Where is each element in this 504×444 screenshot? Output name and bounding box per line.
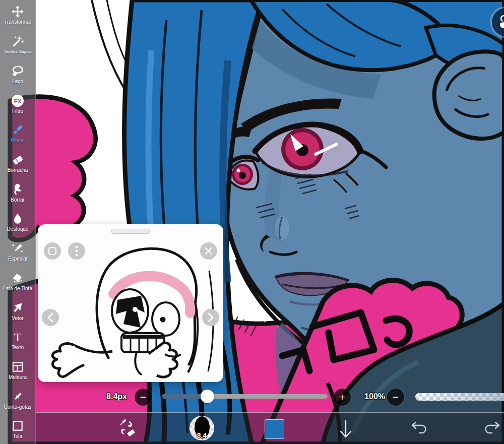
fx-filter-icon: FX <box>10 94 25 108</box>
sidebar-item-label: Especial <box>8 257 27 262</box>
chevron-left-icon <box>47 312 54 323</box>
minus-icon: − <box>140 390 146 405</box>
sidebar-item-desfoque[interactable]: Desfoque <box>0 207 35 237</box>
minimize-button[interactable] <box>44 242 61 260</box>
more-options-button[interactable] <box>68 242 85 260</box>
sidebar-item-label: Conta-gotas <box>4 405 31 410</box>
app-root: Transformar Varinha Mágica Laço FX Filtr… <box>0 0 504 444</box>
move-icon <box>10 5 25 19</box>
sidebar-item-label: Filtro <box>12 109 23 114</box>
sidebar-item-borracha[interactable]: Borracha <box>0 148 35 178</box>
redo-button[interactable] <box>482 420 502 437</box>
tool-sidebar: Transformar Varinha Mágica Laço FX Filtr… <box>0 0 36 444</box>
paint-bucket-icon <box>10 271 25 285</box>
brush-size-badge: 8.4 <box>197 431 207 439</box>
sidebar-item-label: Lata de Tinta <box>3 286 32 291</box>
smudge-finger-icon <box>10 182 25 197</box>
sidebar-item-label: Varinha Mágica <box>4 49 32 54</box>
brush-size-label: 8.4px <box>91 392 127 401</box>
sidebar-item-label: Pincel <box>11 138 24 143</box>
minimize-icon <box>48 246 57 256</box>
sidebar-item-tela[interactable]: Tela <box>0 414 35 444</box>
redo-icon <box>483 421 501 436</box>
sidebar-item-filtro[interactable]: FX Filtro <box>0 89 35 118</box>
sidebar-item-label: Tela <box>13 434 22 439</box>
undo-button[interactable] <box>409 420 429 437</box>
brush-preview[interactable]: 8.4 <box>190 416 214 440</box>
sidebar-item-vetor[interactable]: Vetor <box>0 296 35 326</box>
svg-text:FX: FX <box>14 98 22 104</box>
sidebar-item-label: Transformar <box>4 20 31 25</box>
lasso-icon <box>10 64 25 78</box>
brush-eraser-swap-icon <box>115 417 138 439</box>
opacity-slider[interactable] <box>415 393 504 401</box>
size-increase-button[interactable]: + <box>334 389 351 406</box>
sidebar-item-label: Borracha <box>8 168 28 173</box>
color-swatch[interactable] <box>265 419 284 439</box>
reference-window <box>38 224 223 382</box>
special-pencil-icon <box>10 241 25 256</box>
opacity-label: 100% <box>356 392 385 401</box>
sidebar-item-label: Moldura <box>9 375 27 380</box>
text-icon: T <box>10 330 25 344</box>
sidebar-item-lata-de-tinta[interactable]: Lata de Tinta <box>0 266 35 296</box>
frame-icon <box>10 360 25 374</box>
sidebar-item-texto[interactable]: T Texto <box>0 326 35 355</box>
brush-eraser-swap-button[interactable] <box>115 416 138 439</box>
opacity-decrease-button[interactable]: − <box>387 389 404 406</box>
plus-icon: + <box>339 390 345 405</box>
sidebar-item-label: Desfoque <box>7 227 29 232</box>
collapse-toolbar-button[interactable] <box>336 418 356 440</box>
sidebar-item-pincel[interactable]: Pincel <box>0 118 35 148</box>
down-arrow-icon <box>337 419 355 439</box>
drag-handle[interactable] <box>111 229 150 234</box>
canvas-icon <box>10 419 25 433</box>
sidebar-item-especial[interactable]: Especial <box>0 237 35 267</box>
floating-tool-icon <box>497 14 504 31</box>
bottom-toolbar: 8.4 <box>35 412 504 444</box>
sidebar-item-borrar[interactable]: Borrar <box>0 177 35 207</box>
close-button[interactable] <box>200 242 217 260</box>
size-decrease-button[interactable]: − <box>135 389 152 406</box>
close-icon <box>205 247 213 255</box>
previous-image-button[interactable] <box>42 309 59 326</box>
eyedropper-icon <box>10 390 25 404</box>
svg-text:T: T <box>14 331 22 344</box>
blur-drop-icon <box>10 212 25 226</box>
next-image-button[interactable] <box>202 309 219 326</box>
sidebar-item-laco[interactable]: Laço <box>0 59 35 89</box>
brush-size-slider[interactable] <box>162 394 328 399</box>
chevron-right-icon <box>207 312 214 323</box>
sidebar-item-label: Vetor <box>12 316 23 321</box>
magic-wand-icon <box>10 34 25 48</box>
undo-icon <box>410 421 428 436</box>
sidebar-item-varinha-magica[interactable]: Varinha Mágica <box>0 30 35 59</box>
sidebar-item-label: Texto <box>12 345 24 350</box>
sidebar-item-label: Borrar <box>11 198 25 203</box>
vector-cursor-icon <box>10 301 25 315</box>
sidebar-item-transformar[interactable]: Transformar <box>0 0 35 30</box>
minus-icon: − <box>393 390 399 405</box>
eraser-icon <box>10 153 25 167</box>
more-options-icon <box>75 245 79 257</box>
sidebar-item-moldura[interactable]: Moldura <box>0 355 35 385</box>
sidebar-item-label: Laço <box>12 79 23 84</box>
sidebar-item-conta-gotas[interactable]: Conta-gotas <box>0 385 35 414</box>
reference-image <box>38 224 223 382</box>
brush-size-slider-thumb[interactable] <box>201 390 214 403</box>
brush-icon <box>10 123 25 137</box>
